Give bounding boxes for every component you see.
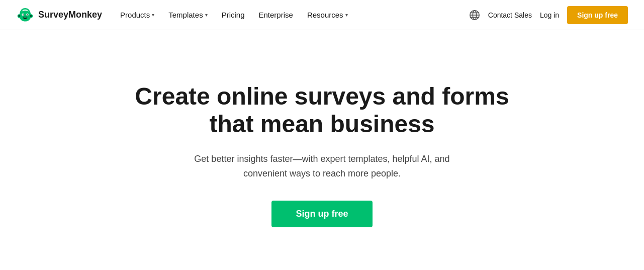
svg-point-8 (27, 14, 28, 15)
svg-point-3 (18, 15, 21, 17)
contact-sales-link[interactable]: Contact Sales (488, 11, 532, 19)
nav-item-resources[interactable]: Resources ▾ (301, 7, 354, 23)
signup-button-main[interactable]: Sign up free (271, 201, 372, 227)
globe-icon[interactable] (469, 10, 480, 21)
templates-chevron-icon: ▾ (205, 12, 208, 18)
logo-icon (16, 6, 34, 24)
logo-text: SurveyMonkey (38, 10, 102, 20)
hero-subtitle: Get better insights faster—with expert t… (171, 152, 473, 181)
nav-item-templates[interactable]: Templates ▾ (162, 7, 213, 23)
login-button[interactable]: Log in (540, 11, 559, 19)
nav-item-pricing[interactable]: Pricing (216, 7, 251, 23)
nav-item-products[interactable]: Products ▾ (114, 7, 160, 23)
svg-point-4 (30, 15, 32, 17)
hero-title: Create online surveys and forms that mea… (126, 82, 518, 138)
products-chevron-icon: ▾ (152, 12, 154, 18)
nav-item-enterprise[interactable]: Enterprise (253, 7, 299, 23)
main-nav: Products ▾ Templates ▾ Pricing Enterpris… (114, 7, 469, 23)
hero-section: Create online surveys and forms that mea… (0, 30, 644, 269)
resources-chevron-icon: ▾ (345, 12, 348, 18)
site-header: SurveyMonkey Products ▾ Templates ▾ Pric… (0, 0, 644, 30)
logo-link[interactable]: SurveyMonkey (16, 6, 102, 24)
svg-point-7 (23, 14, 24, 15)
header-right: Contact Sales Log in Sign up free (469, 6, 628, 24)
signup-button-header[interactable]: Sign up free (567, 6, 628, 24)
